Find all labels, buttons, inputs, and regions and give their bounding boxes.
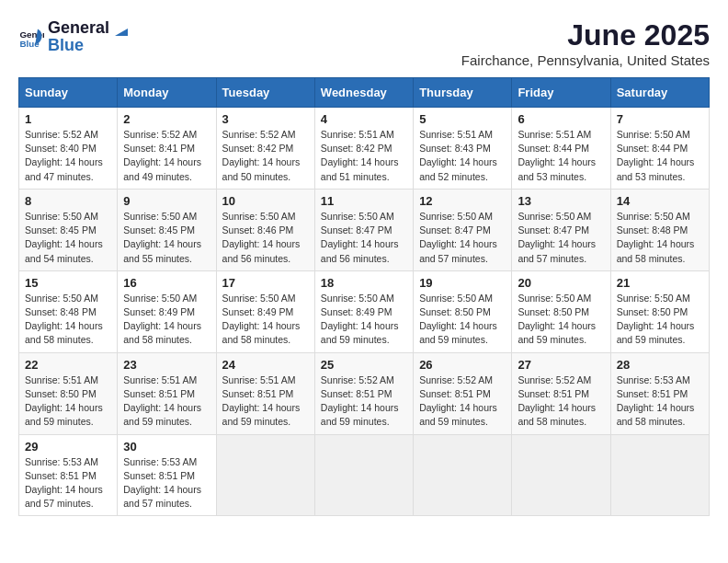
calendar-day-cell: 25Sunrise: 5:52 AMSunset: 8:51 PMDayligh… (314, 352, 413, 434)
calendar-day-cell: 6Sunrise: 5:51 AMSunset: 8:44 PMDaylight… (512, 108, 610, 190)
day-info: Sunrise: 5:50 AMSunset: 8:45 PMDaylight:… (123, 210, 210, 266)
day-info: Sunrise: 5:50 AMSunset: 8:47 PMDaylight:… (419, 210, 506, 266)
day-info: Sunrise: 5:51 AMSunset: 8:43 PMDaylight:… (419, 128, 506, 184)
calendar-day-cell: 15Sunrise: 5:50 AMSunset: 8:48 PMDayligh… (19, 270, 118, 352)
title-area: June 2025 Fairchance, Pennsylvania, Unit… (461, 18, 710, 68)
day-info: Sunrise: 5:50 AMSunset: 8:49 PMDaylight:… (222, 292, 309, 348)
calendar-day-cell (610, 434, 709, 516)
svg-marker-2 (115, 29, 128, 36)
day-number: 7 (617, 112, 703, 126)
day-info: Sunrise: 5:51 AMSunset: 8:51 PMDaylight:… (222, 373, 309, 430)
day-info: Sunrise: 5:52 AMSunset: 8:42 PMDaylight:… (222, 128, 309, 184)
calendar-day-cell: 16Sunrise: 5:50 AMSunset: 8:49 PMDayligh… (118, 270, 216, 352)
day-number: 3 (222, 112, 309, 126)
day-number: 16 (123, 276, 210, 290)
calendar-week-row: 1Sunrise: 5:52 AMSunset: 8:40 PMDaylight… (19, 108, 710, 190)
calendar-day-cell: 20Sunrise: 5:50 AMSunset: 8:50 PMDayligh… (512, 270, 610, 352)
day-number: 1 (25, 112, 111, 126)
calendar-week-row: 29Sunrise: 5:53 AMSunset: 8:51 PMDayligh… (19, 434, 710, 516)
day-number: 29 (25, 440, 111, 454)
day-number: 5 (419, 112, 506, 126)
logo-icon: General Blue (18, 24, 44, 50)
calendar-day-cell (512, 434, 610, 516)
calendar-day-cell: 27Sunrise: 5:52 AMSunset: 8:51 PMDayligh… (512, 352, 610, 434)
day-info: Sunrise: 5:50 AMSunset: 8:49 PMDaylight:… (321, 292, 407, 348)
day-number: 23 (123, 358, 210, 372)
day-number: 28 (617, 358, 703, 372)
day-number: 21 (617, 276, 703, 290)
calendar-day-cell: 1Sunrise: 5:52 AMSunset: 8:40 PMDaylight… (19, 108, 118, 190)
day-info: Sunrise: 5:52 AMSunset: 8:51 PMDaylight:… (518, 373, 604, 430)
calendar-week-row: 15Sunrise: 5:50 AMSunset: 8:48 PMDayligh… (19, 270, 710, 352)
calendar-day-cell: 23Sunrise: 5:51 AMSunset: 8:51 PMDayligh… (118, 352, 216, 434)
day-number: 8 (25, 194, 111, 208)
day-of-week-header: Thursday (414, 78, 512, 108)
calendar-day-cell: 21Sunrise: 5:50 AMSunset: 8:50 PMDayligh… (610, 270, 709, 352)
calendar-day-cell: 29Sunrise: 5:53 AMSunset: 8:51 PMDayligh… (19, 434, 118, 516)
day-number: 15 (25, 276, 111, 290)
day-number: 12 (419, 194, 506, 208)
day-number: 18 (321, 276, 407, 290)
page-header: General Blue General Blue June 2025 Fair… (18, 18, 710, 68)
day-number: 17 (222, 276, 309, 290)
day-number: 6 (518, 112, 604, 126)
calendar-day-cell: 22Sunrise: 5:51 AMSunset: 8:50 PMDayligh… (19, 352, 118, 434)
day-info: Sunrise: 5:52 AMSunset: 8:41 PMDaylight:… (123, 128, 210, 184)
calendar-day-cell: 2Sunrise: 5:52 AMSunset: 8:41 PMDaylight… (118, 108, 216, 190)
day-info: Sunrise: 5:51 AMSunset: 8:42 PMDaylight:… (321, 128, 407, 184)
day-of-week-header: Sunday (19, 78, 118, 108)
calendar-day-cell: 14Sunrise: 5:50 AMSunset: 8:48 PMDayligh… (610, 189, 709, 270)
calendar-day-cell: 10Sunrise: 5:50 AMSunset: 8:46 PMDayligh… (216, 189, 314, 270)
day-info: Sunrise: 5:50 AMSunset: 8:46 PMDaylight:… (222, 210, 309, 266)
day-number: 10 (222, 194, 309, 208)
day-info: Sunrise: 5:51 AMSunset: 8:51 PMDaylight:… (123, 373, 210, 430)
calendar-day-cell: 28Sunrise: 5:53 AMSunset: 8:51 PMDayligh… (610, 352, 709, 434)
calendar-day-cell: 4Sunrise: 5:51 AMSunset: 8:42 PMDaylight… (314, 108, 413, 190)
calendar-week-row: 22Sunrise: 5:51 AMSunset: 8:50 PMDayligh… (19, 352, 710, 434)
calendar-day-cell: 8Sunrise: 5:50 AMSunset: 8:45 PMDaylight… (19, 189, 118, 270)
calendar-day-cell: 19Sunrise: 5:50 AMSunset: 8:50 PMDayligh… (414, 270, 512, 352)
day-of-week-header: Monday (118, 78, 216, 108)
day-number: 25 (321, 358, 407, 372)
day-info: Sunrise: 5:52 AMSunset: 8:51 PMDaylight:… (321, 373, 407, 430)
day-of-week-header: Friday (512, 78, 610, 108)
day-info: Sunrise: 5:53 AMSunset: 8:51 PMDaylight:… (123, 455, 210, 511)
day-number: 11 (321, 194, 407, 208)
calendar-day-cell: 13Sunrise: 5:50 AMSunset: 8:47 PMDayligh… (512, 189, 610, 270)
day-of-week-header: Tuesday (216, 78, 314, 108)
day-info: Sunrise: 5:50 AMSunset: 8:47 PMDaylight:… (518, 210, 604, 266)
calendar-day-cell: 30Sunrise: 5:53 AMSunset: 8:51 PMDayligh… (118, 434, 216, 516)
day-info: Sunrise: 5:51 AMSunset: 8:44 PMDaylight:… (518, 128, 604, 184)
day-number: 13 (518, 194, 604, 208)
calendar-day-cell: 12Sunrise: 5:50 AMSunset: 8:47 PMDayligh… (414, 189, 512, 270)
day-number: 26 (419, 358, 506, 372)
calendar-day-cell (314, 434, 413, 516)
day-number: 4 (321, 112, 407, 126)
day-info: Sunrise: 5:50 AMSunset: 8:47 PMDaylight:… (321, 210, 407, 266)
svg-text:Blue: Blue (19, 39, 40, 49)
calendar-day-cell: 18Sunrise: 5:50 AMSunset: 8:49 PMDayligh… (314, 270, 413, 352)
day-info: Sunrise: 5:52 AMSunset: 8:40 PMDaylight:… (25, 128, 111, 184)
calendar-day-cell: 7Sunrise: 5:50 AMSunset: 8:44 PMDaylight… (610, 108, 709, 190)
calendar-day-cell: 24Sunrise: 5:51 AMSunset: 8:51 PMDayligh… (216, 352, 314, 434)
calendar-day-cell (414, 434, 512, 516)
day-info: Sunrise: 5:50 AMSunset: 8:44 PMDaylight:… (617, 128, 703, 184)
day-of-week-header: Wednesday (314, 78, 413, 108)
day-of-week-header: Saturday (610, 78, 709, 108)
calendar-day-cell: 9Sunrise: 5:50 AMSunset: 8:45 PMDaylight… (118, 189, 216, 270)
day-info: Sunrise: 5:50 AMSunset: 8:45 PMDaylight:… (25, 210, 111, 266)
day-info: Sunrise: 5:53 AMSunset: 8:51 PMDaylight:… (25, 455, 111, 511)
month-title: June 2025 (461, 18, 710, 52)
location-subtitle: Fairchance, Pennsylvania, United States (461, 52, 710, 68)
day-info: Sunrise: 5:50 AMSunset: 8:50 PMDaylight:… (518, 292, 604, 348)
day-number: 14 (617, 194, 703, 208)
calendar-table: SundayMondayTuesdayWednesdayThursdayFrid… (18, 77, 710, 516)
calendar-day-cell: 26Sunrise: 5:52 AMSunset: 8:51 PMDayligh… (414, 352, 512, 434)
day-info: Sunrise: 5:53 AMSunset: 8:51 PMDaylight:… (617, 373, 703, 430)
day-number: 2 (123, 112, 210, 126)
logo-triangle-icon (111, 19, 131, 40)
day-info: Sunrise: 5:51 AMSunset: 8:50 PMDaylight:… (25, 373, 111, 430)
calendar-day-cell: 5Sunrise: 5:51 AMSunset: 8:43 PMDaylight… (414, 108, 512, 190)
day-info: Sunrise: 5:52 AMSunset: 8:51 PMDaylight:… (419, 373, 506, 430)
day-info: Sunrise: 5:50 AMSunset: 8:50 PMDaylight:… (419, 292, 506, 348)
